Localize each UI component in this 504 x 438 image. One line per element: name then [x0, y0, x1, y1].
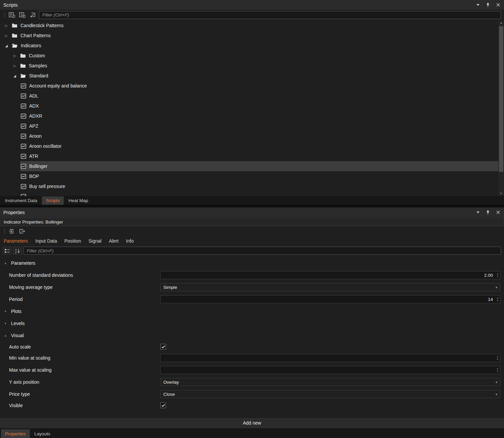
tab-heat-map[interactable]: Heat Map [64, 196, 92, 205]
tree-item-account-equity-and-balance[interactable]: Account equity and balance [0, 81, 498, 91]
section-expand-icon: ▾ [5, 310, 8, 313]
tree-item-label: ADXR [29, 113, 42, 119]
tree-item-aroon-oscillator[interactable]: Aroon oscillator [0, 141, 498, 151]
tree-collapse-arrow-icon[interactable]: ◢ [12, 74, 17, 78]
properties-tab-input-data[interactable]: Input Data [32, 236, 61, 246]
spinner-down-icon[interactable]: ▼ [497, 275, 499, 278]
spinner-up-icon[interactable]: ▲ [497, 272, 499, 275]
pin-icon[interactable] [485, 210, 491, 215]
properties-tab-alert[interactable]: Alert [105, 236, 122, 246]
property-row-number-of-standard-deviations: Number of standard deviations2.00▲▼ [0, 269, 504, 281]
tree-expand-arrow-icon[interactable]: ▷ [4, 34, 9, 38]
max-value-at-scaling-input[interactable]: ▲▼ [160, 366, 500, 374]
pin-icon[interactable] [485, 2, 491, 8]
number-of-standard-deviations-input[interactable]: 2.00▲▼ [160, 271, 500, 279]
tree-item-adx[interactable]: ADX [0, 101, 498, 111]
scroll-up-icon[interactable]: ▲ [498, 20, 504, 25]
section-header-levels[interactable]: ▾Levels [0, 317, 504, 329]
spinner-arrows-icon[interactable]: ▲▼ [495, 354, 500, 362]
spinner-arrows-icon[interactable]: ▲▼ [495, 366, 500, 374]
auto-scale-checkbox[interactable] [160, 344, 166, 350]
moving-average-type-dropdown[interactable]: Simple▾ [160, 283, 500, 291]
tree-item-chart-patterns[interactable]: ▷Chart Patterns [0, 30, 498, 41]
spinner-down-icon[interactable]: ▼ [497, 358, 499, 361]
properties-bottom-tabbar: PropertiesLayouts [0, 429, 504, 438]
scripts-titlebar: Scripts [0, 0, 504, 10]
panel-menu-caret-icon[interactable] [475, 2, 481, 8]
new-plugin-button[interactable]: P [8, 11, 16, 19]
section-header-plots[interactable]: ▾Plots [0, 305, 504, 317]
drag-grip-icon[interactable]: ⋮ [2, 228, 5, 234]
spinner-up-icon[interactable]: ▲ [497, 367, 499, 370]
tree-expand-arrow-icon[interactable]: ▷ [12, 54, 17, 58]
indicator-chart-icon [21, 114, 26, 119]
sort-alphabetical-button[interactable]: AZ [13, 247, 22, 255]
drag-grip-icon[interactable]: ⋮ [2, 12, 5, 18]
tab-scripts[interactable]: Scripts [42, 196, 64, 205]
folder-icon [12, 33, 17, 38]
svg-text:Z: Z [15, 251, 17, 253]
tree-expand-arrow-icon[interactable]: ▷ [12, 64, 17, 68]
panel-menu-caret-icon[interactable] [475, 210, 481, 215]
tree-item-aroon[interactable]: Aroon [0, 131, 498, 141]
properties-tab-position[interactable]: Position [61, 236, 85, 246]
tree-scrollbar[interactable]: ▲ ▼ [498, 20, 504, 196]
dropdown-value: Simple [161, 285, 177, 290]
tree-item-apz[interactable]: APZ [0, 121, 498, 131]
import-script-button[interactable] [29, 11, 37, 19]
tab-properties[interactable]: Properties [1, 429, 30, 438]
property-row-visible: Visible [0, 400, 504, 411]
tree-expand-arrow-icon[interactable]: ▷ [4, 24, 9, 27]
tree-item-atr[interactable]: ATR [0, 151, 498, 161]
tree-item-candlestick-patterns[interactable]: ▷Candlestick Patterns [0, 20, 498, 30]
folder-icon [20, 53, 26, 58]
export-settings-button[interactable] [18, 227, 26, 235]
tree-item-item[interactable] [0, 191, 498, 196]
categorized-view-button[interactable] [3, 247, 11, 255]
y-axis-position-dropdown[interactable]: Overlay▾ [160, 378, 500, 386]
close-icon[interactable] [495, 2, 501, 8]
tree-collapse-arrow-icon[interactable]: ◢ [4, 44, 9, 48]
period-input[interactable]: 14▲▼ [160, 295, 500, 303]
tree-item-label: Samples [29, 63, 47, 68]
scroll-track[interactable] [498, 25, 504, 191]
spinner-down-icon[interactable]: ▼ [497, 299, 499, 302]
spinner-down-icon[interactable]: ▼ [497, 370, 499, 373]
price-type-dropdown[interactable]: Close▾ [160, 390, 500, 398]
properties-tab-info[interactable]: Info [122, 236, 137, 246]
section-header-visual[interactable]: ▴Visual [0, 329, 504, 341]
tree-item-bollinger[interactable]: Bollinger [0, 161, 498, 171]
property-row-period: Period14▲▼ [0, 293, 504, 305]
property-row-min-value-at-scaling: Min value at scaling▲▼ [0, 352, 504, 364]
import-settings-button[interactable] [8, 227, 16, 235]
indicator-chart-icon [21, 134, 26, 139]
tree-item-label: Aroon oscillator [29, 143, 62, 149]
spinner-up-icon[interactable]: ▲ [497, 297, 499, 299]
tree-item-adxr[interactable]: ADXR [0, 111, 498, 121]
tree-item-buy-sell-pressure[interactable]: Buy sell pressure [0, 181, 498, 191]
spinner-arrows-icon[interactable]: ▲▼ [495, 296, 500, 303]
visible-checkbox[interactable] [160, 402, 166, 408]
properties-filter-input[interactable] [23, 247, 501, 255]
tree-item-adl[interactable]: ADL [0, 91, 498, 101]
tree-item-standard[interactable]: ◢Standard [0, 71, 498, 81]
properties-tab-parameters[interactable]: Parameters [0, 236, 32, 246]
tree-item-indicators[interactable]: ◢Indicators [0, 41, 498, 51]
tree-item-bop[interactable]: BOP [0, 171, 498, 181]
scroll-down-icon[interactable]: ▼ [498, 191, 504, 196]
spinner-up-icon[interactable]: ▲ [497, 355, 499, 358]
tree-item-label: Custom [29, 53, 45, 58]
tab-instrument-data[interactable]: Instrument Data [1, 196, 41, 205]
tab-layouts[interactable]: Layouts [31, 429, 54, 438]
scroll-thumb[interactable] [499, 26, 503, 172]
new-script-button[interactable]: S [18, 11, 26, 19]
properties-tab-signal[interactable]: Signal [85, 236, 105, 246]
add-new-button[interactable]: Add new [0, 418, 504, 428]
tree-item-samples[interactable]: ▷Samples [0, 61, 498, 71]
spinner-arrows-icon[interactable]: ▲▼ [495, 271, 500, 279]
tree-item-custom[interactable]: ▷Custom [0, 51, 498, 61]
min-value-at-scaling-input[interactable]: ▲▼ [160, 354, 500, 362]
close-icon[interactable] [495, 210, 501, 215]
scripts-filter-input[interactable] [39, 11, 501, 19]
section-header-parameters[interactable]: ▴Parameters [0, 257, 504, 269]
